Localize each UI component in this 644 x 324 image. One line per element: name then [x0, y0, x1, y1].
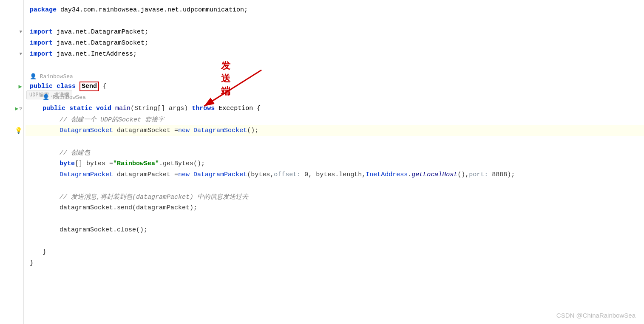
line-send: datagramSocket.send(datagramPacket);	[26, 202, 644, 213]
static-kw: static	[69, 105, 92, 112]
open-brace-class: {	[103, 83, 107, 90]
send-classname: Send	[82, 83, 97, 90]
hint-icon-socket: 💡	[15, 127, 22, 134]
throws-keyword: throws	[192, 105, 215, 112]
import-keyword-3: import	[30, 51, 53, 58]
bytes-var: [] bytes =	[75, 160, 113, 167]
void-kw: void	[96, 105, 111, 112]
send-call: datagramSocket.send(datagramPacket);	[60, 204, 197, 211]
line-empty6	[26, 235, 644, 246]
line-datagram-socket: 💡 DatagramSocket datagramSocket = new Da…	[26, 125, 644, 136]
csdn-watermark: CSDN @ChinaRainbowSea	[556, 312, 635, 319]
author-rainbowsea-method: RainbowSea	[53, 94, 86, 101]
datagrampacket-params-open: (bytes,	[247, 171, 274, 178]
rainbowsea-string: "RainbowSea"	[113, 160, 159, 167]
datagramsocket-new: DatagramSocket	[193, 127, 247, 134]
line-package: package day34.com.rainbowsea.javase.net.…	[26, 4, 644, 15]
datagrampacket-new: DatagramPacket	[193, 171, 247, 178]
port-val: 8888);	[492, 171, 515, 178]
datagramsocket-var: datagramSocket =	[117, 127, 178, 134]
line-close-method: }	[26, 246, 644, 257]
exception-name: Exception {	[218, 105, 261, 112]
import-keyword-2: import	[30, 39, 53, 47]
line-comment2: // 创建包	[26, 147, 644, 158]
offset-val: 0, bytes.length,	[304, 171, 366, 178]
package-name: day34.com.rainbowsea.javase.net.udpcommu…	[60, 6, 248, 14]
offset-hint: offset:	[274, 171, 301, 178]
byte-keyword: byte	[60, 160, 75, 167]
line-empty5	[26, 213, 644, 224]
close-brace-method: }	[43, 248, 46, 256]
close-call: datagramSocket.close();	[60, 226, 148, 234]
line-main-method: ▶ ▽ public static void main(String[] arg…	[26, 103, 644, 114]
run-icon-main[interactable]: ▶	[15, 105, 18, 112]
close-brace-class: }	[30, 259, 34, 267]
datagrampacket-var: datagramPacket =	[117, 171, 178, 178]
line-author-class: 👤 RainbowSea	[26, 72, 644, 81]
main-method-name: main	[115, 105, 131, 112]
line-import2: import java.net.DatagramSocket;	[26, 37, 644, 48]
datagramsocket-type: DatagramSocket	[60, 127, 113, 134]
getlocalhost-call: .	[408, 171, 411, 178]
public-keyword-class: public	[30, 83, 53, 90]
datagramsocket-call: ();	[247, 127, 258, 134]
line-comment1: // 创建一个 UDP的Socket 套接字	[26, 114, 644, 125]
line-close: datagramSocket.close();	[26, 224, 644, 235]
fold-icon-import1: ▼	[19, 29, 22, 34]
public-kw-main: public	[43, 105, 65, 112]
class-keyword: class	[57, 83, 76, 90]
main-params-open: (String[] args)	[131, 105, 188, 112]
import-datagrampacket: java.net.DatagramPacket;	[57, 28, 148, 36]
author-rainbowsea-class: RainbowSea	[40, 73, 73, 80]
inetaddress-type: InetAddress	[366, 171, 408, 178]
comment-send: // 发送消息,将封装到包(datagramPacket) 中的信息发送过去	[60, 193, 248, 201]
package-keyword: package	[30, 6, 57, 14]
line-empty3	[26, 136, 644, 147]
line-close-class: }	[26, 257, 644, 268]
line-author-method: 👤 RainbowSea	[26, 92, 644, 103]
run-icon-class[interactable]: ▶	[19, 83, 22, 90]
getbytes-call: .getBytes();	[159, 160, 205, 167]
send-classname-box: Send	[79, 82, 99, 91]
port-hint: port:	[469, 171, 488, 178]
new-kw-packet: new	[178, 171, 190, 178]
line-comment3: // 发送消息,将封装到包(datagramPacket) 中的信息发送过去	[26, 191, 644, 202]
getlocalhost-parens: (),	[457, 171, 469, 178]
fold-icon-main: ▽	[19, 106, 22, 111]
getlocalhost-method: getLocalHost	[411, 171, 457, 178]
line-empty4	[26, 180, 644, 191]
line-import3: ▼ import java.net.InetAddress;	[26, 48, 644, 59]
fold-icon-import3: ▼	[19, 51, 22, 56]
import-inetaddress: java.net.InetAddress;	[57, 51, 137, 58]
line-empty1	[26, 15, 644, 26]
comment-create-socket: // 创建一个 UDP的Socket 套接字	[60, 116, 164, 124]
comment-create-packet: // 创建包	[60, 149, 90, 157]
line-import1: ▼ import java.net.DatagramPacket;	[26, 26, 644, 37]
line-datagram-packet: DatagramPacket datagramPacket = new Data…	[26, 169, 644, 180]
import-datagramsocket: java.net.DatagramSocket;	[57, 39, 148, 47]
import-keyword-1: import	[30, 28, 53, 36]
line-empty2	[26, 59, 644, 72]
line-bytes: byte[] bytes = "RainbowSea".getBytes();	[26, 158, 644, 169]
code-editor: UDP编程，发送端 发送端 package day34.com.rainbows…	[0, 0, 644, 324]
new-kw-socket: new	[178, 127, 190, 134]
datagrampacket-type: DatagramPacket	[60, 171, 113, 178]
line-class-declaration: ▶ public class Send {	[26, 81, 644, 92]
